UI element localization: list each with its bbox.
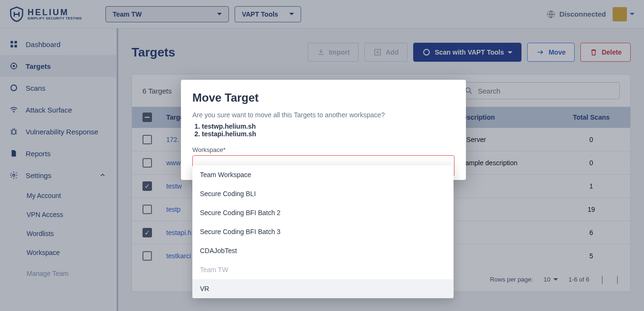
modal-target-list: testwp.helium.shtestapi.helium.sh [192, 123, 455, 138]
workspace-option: Team TW [192, 260, 454, 279]
workspace-option[interactable]: Secure Coding BLI [192, 184, 454, 203]
workspace-option[interactable]: Team Workspace [192, 165, 454, 184]
workspace-option[interactable]: CDAJobTest [192, 241, 454, 260]
workspace-option[interactable]: Secure Coding BFI Batch 2 [192, 203, 454, 222]
modal-title: Move Target [192, 91, 455, 104]
modal-confirm-text: Are you sure want to move all this Targe… [192, 111, 455, 119]
workspace-option[interactable]: Secure Coding BFI Batch 3 [192, 222, 454, 241]
workspace-field-label: Workspace* [192, 146, 455, 153]
workspace-dropdown: Team WorkspaceSecure Coding BLISecure Co… [192, 165, 454, 298]
modal-target-item: testapi.helium.sh [202, 130, 455, 138]
modal-target-item: testwp.helium.sh [202, 123, 455, 130]
workspace-option[interactable]: VR [192, 279, 454, 298]
